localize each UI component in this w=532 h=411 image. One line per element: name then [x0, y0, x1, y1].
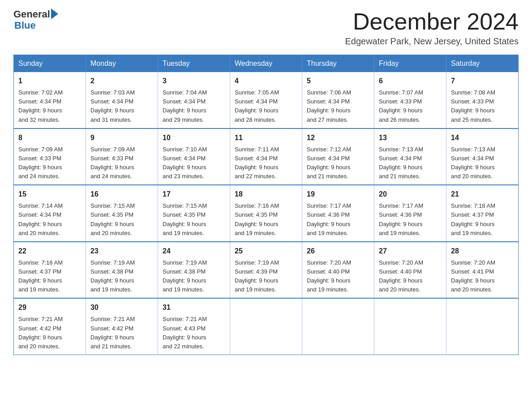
- day-number: 27: [379, 246, 442, 257]
- calendar-day-cell: 6Sunrise: 7:07 AMSunset: 4:33 PMDaylight…: [374, 72, 446, 128]
- day-info: Sunrise: 7:20 AMSunset: 4:40 PMDaylight:…: [307, 258, 369, 295]
- day-number: 28: [451, 246, 514, 257]
- day-info: Sunrise: 7:19 AMSunset: 4:38 PMDaylight:…: [163, 258, 225, 295]
- calendar-week-row: 1Sunrise: 7:02 AMSunset: 4:34 PMDaylight…: [14, 72, 519, 128]
- day-number: 24: [163, 246, 225, 257]
- day-info: Sunrise: 7:21 AMSunset: 4:43 PMDaylight:…: [163, 315, 225, 351]
- day-info: Sunrise: 7:17 AMSunset: 4:36 PMDaylight:…: [307, 201, 369, 238]
- weekday-header-monday: Monday: [86, 55, 158, 73]
- calendar-day-cell: 5Sunrise: 7:06 AMSunset: 4:34 PMDaylight…: [302, 72, 374, 128]
- calendar-day-cell: 19Sunrise: 7:17 AMSunset: 4:36 PMDayligh…: [302, 185, 374, 242]
- day-number: 18: [235, 189, 297, 200]
- calendar-week-row: 8Sunrise: 7:09 AMSunset: 4:33 PMDaylight…: [14, 128, 519, 185]
- day-number: 19: [307, 189, 369, 200]
- day-number: 20: [379, 189, 442, 200]
- calendar-day-cell: [374, 298, 446, 355]
- day-info: Sunrise: 7:03 AMSunset: 4:34 PMDaylight:…: [90, 88, 153, 124]
- weekday-header-saturday: Saturday: [446, 55, 519, 73]
- day-info: Sunrise: 7:07 AMSunset: 4:33 PMDaylight:…: [379, 88, 442, 124]
- day-number: 13: [379, 133, 442, 143]
- logo-text-general: General: [13, 9, 50, 20]
- calendar-week-row: 22Sunrise: 7:18 AMSunset: 4:37 PMDayligh…: [14, 242, 519, 299]
- calendar-day-cell: 10Sunrise: 7:10 AMSunset: 4:34 PMDayligh…: [158, 128, 230, 185]
- calendar-day-cell: 26Sunrise: 7:20 AMSunset: 4:40 PMDayligh…: [302, 242, 374, 299]
- day-number: 6: [379, 76, 442, 86]
- weekday-header-wednesday: Wednesday: [230, 55, 302, 73]
- day-info: Sunrise: 7:11 AMSunset: 4:34 PMDaylight:…: [235, 145, 297, 181]
- day-number: 21: [451, 189, 514, 200]
- day-info: Sunrise: 7:05 AMSunset: 4:34 PMDaylight:…: [235, 88, 297, 124]
- day-number: 23: [90, 246, 153, 257]
- day-number: 2: [90, 76, 153, 86]
- day-number: 26: [307, 246, 369, 257]
- weekday-header-thursday: Thursday: [302, 55, 374, 73]
- calendar-day-cell: 23Sunrise: 7:19 AMSunset: 4:38 PMDayligh…: [86, 242, 158, 299]
- calendar-day-cell: 25Sunrise: 7:19 AMSunset: 4:39 PMDayligh…: [230, 242, 302, 299]
- day-info: Sunrise: 7:09 AMSunset: 4:33 PMDaylight:…: [18, 145, 81, 181]
- calendar-day-cell: 31Sunrise: 7:21 AMSunset: 4:43 PMDayligh…: [158, 298, 230, 355]
- calendar-day-cell: [230, 298, 302, 355]
- calendar-day-cell: 2Sunrise: 7:03 AMSunset: 4:34 PMDaylight…: [86, 72, 158, 128]
- calendar-week-row: 15Sunrise: 7:14 AMSunset: 4:34 PMDayligh…: [14, 185, 519, 242]
- calendar-day-cell: 18Sunrise: 7:16 AMSunset: 4:35 PMDayligh…: [230, 185, 302, 242]
- logo-arrow-icon: [51, 9, 58, 19]
- day-info: Sunrise: 7:15 AMSunset: 4:35 PMDaylight:…: [163, 201, 225, 238]
- day-info: Sunrise: 7:20 AMSunset: 4:40 PMDaylight:…: [379, 258, 442, 295]
- day-number: 15: [18, 189, 81, 200]
- day-number: 5: [307, 76, 369, 86]
- day-info: Sunrise: 7:17 AMSunset: 4:36 PMDaylight:…: [379, 201, 442, 238]
- weekday-header-friday: Friday: [374, 55, 446, 73]
- calendar-day-cell: 22Sunrise: 7:18 AMSunset: 4:37 PMDayligh…: [14, 242, 86, 299]
- month-title: December 2024: [345, 9, 519, 34]
- day-info: Sunrise: 7:19 AMSunset: 4:38 PMDaylight:…: [90, 258, 153, 295]
- day-info: Sunrise: 7:20 AMSunset: 4:41 PMDaylight:…: [451, 258, 514, 295]
- calendar-day-cell: [302, 298, 374, 355]
- calendar-day-cell: 11Sunrise: 7:11 AMSunset: 4:34 PMDayligh…: [230, 128, 302, 185]
- day-number: 9: [90, 133, 153, 143]
- day-number: 12: [307, 133, 369, 143]
- day-info: Sunrise: 7:21 AMSunset: 4:42 PMDaylight:…: [18, 315, 81, 351]
- calendar-day-cell: 1Sunrise: 7:02 AMSunset: 4:34 PMDaylight…: [14, 72, 86, 128]
- calendar-day-cell: 20Sunrise: 7:17 AMSunset: 4:36 PMDayligh…: [374, 185, 446, 242]
- calendar-day-cell: 13Sunrise: 7:13 AMSunset: 4:34 PMDayligh…: [374, 128, 446, 185]
- calendar-day-cell: 30Sunrise: 7:21 AMSunset: 4:42 PMDayligh…: [86, 298, 158, 355]
- day-number: 30: [90, 302, 153, 313]
- calendar-day-cell: 28Sunrise: 7:20 AMSunset: 4:41 PMDayligh…: [446, 242, 519, 299]
- day-number: 11: [235, 133, 297, 143]
- weekday-header-row: SundayMondayTuesdayWednesdayThursdayFrid…: [14, 55, 519, 73]
- title-area: December 2024 Edgewater Park, New Jersey…: [345, 9, 519, 47]
- day-number: 17: [163, 189, 225, 200]
- calendar-day-cell: [446, 298, 519, 355]
- day-number: 4: [235, 76, 297, 86]
- calendar-day-cell: 24Sunrise: 7:19 AMSunset: 4:38 PMDayligh…: [158, 242, 230, 299]
- day-info: Sunrise: 7:21 AMSunset: 4:42 PMDaylight:…: [90, 315, 153, 351]
- calendar-day-cell: 7Sunrise: 7:08 AMSunset: 4:33 PMDaylight…: [446, 72, 519, 128]
- calendar-day-cell: 14Sunrise: 7:13 AMSunset: 4:34 PMDayligh…: [446, 128, 519, 185]
- day-info: Sunrise: 7:09 AMSunset: 4:33 PMDaylight:…: [90, 145, 153, 181]
- day-number: 7: [451, 76, 514, 86]
- calendar-day-cell: 9Sunrise: 7:09 AMSunset: 4:33 PMDaylight…: [86, 128, 158, 185]
- day-number: 3: [163, 76, 225, 86]
- day-info: Sunrise: 7:14 AMSunset: 4:34 PMDaylight:…: [18, 201, 81, 238]
- calendar-day-cell: 3Sunrise: 7:04 AMSunset: 4:34 PMDaylight…: [158, 72, 230, 128]
- calendar-day-cell: 4Sunrise: 7:05 AMSunset: 4:34 PMDaylight…: [230, 72, 302, 128]
- logo-text-blue: Blue: [14, 20, 36, 31]
- day-info: Sunrise: 7:18 AMSunset: 4:37 PMDaylight:…: [451, 201, 514, 238]
- weekday-header-sunday: Sunday: [14, 55, 86, 73]
- day-info: Sunrise: 7:18 AMSunset: 4:37 PMDaylight:…: [18, 258, 81, 295]
- day-number: 25: [235, 246, 297, 257]
- day-info: Sunrise: 7:02 AMSunset: 4:34 PMDaylight:…: [18, 88, 81, 124]
- location-subtitle: Edgewater Park, New Jersey, United State…: [345, 36, 519, 47]
- day-number: 29: [18, 302, 81, 313]
- logo: General Blue: [13, 9, 58, 31]
- day-info: Sunrise: 7:04 AMSunset: 4:34 PMDaylight:…: [163, 88, 225, 124]
- day-info: Sunrise: 7:10 AMSunset: 4:34 PMDaylight:…: [163, 145, 225, 181]
- calendar-day-cell: 17Sunrise: 7:15 AMSunset: 4:35 PMDayligh…: [158, 185, 230, 242]
- page-header: General Blue December 2024 Edgewater Par…: [13, 9, 519, 47]
- day-info: Sunrise: 7:19 AMSunset: 4:39 PMDaylight:…: [235, 258, 297, 295]
- calendar-day-cell: 8Sunrise: 7:09 AMSunset: 4:33 PMDaylight…: [14, 128, 86, 185]
- calendar-day-cell: 12Sunrise: 7:12 AMSunset: 4:34 PMDayligh…: [302, 128, 374, 185]
- day-info: Sunrise: 7:12 AMSunset: 4:34 PMDaylight:…: [307, 145, 369, 181]
- calendar-table: SundayMondayTuesdayWednesdayThursdayFrid…: [13, 55, 519, 355]
- weekday-header-tuesday: Tuesday: [158, 55, 230, 73]
